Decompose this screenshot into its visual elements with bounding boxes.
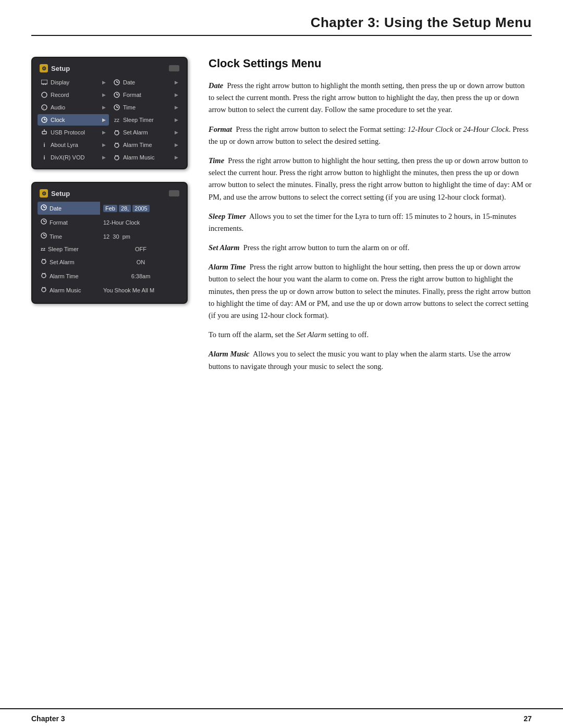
menu-item-setalarm[interactable]: Set Alarm ▶ <box>110 127 181 138</box>
row-alarmtime[interactable]: Alarm Time 6:38am <box>38 269 181 282</box>
page-footer: Chapter 3 27 <box>0 708 563 728</box>
time-icon <box>113 104 120 111</box>
time-row-icon <box>41 232 47 241</box>
footer-page-number: 27 <box>523 714 532 723</box>
para-time: Time Press the right arrow button to hig… <box>209 155 532 203</box>
screen2-title: ⚙ Setup <box>40 189 70 198</box>
setalarm-label: Set Alarm <box>123 129 148 135</box>
svg-point-23 <box>115 143 119 147</box>
page-content: ⚙ Setup Display ▶ Date <box>0 36 563 380</box>
row-setalarm[interactable]: Set Alarm ON <box>38 255 181 268</box>
setup-icon2: ⚙ <box>40 189 48 198</box>
format-row-icon <box>41 218 47 227</box>
menu-item-record[interactable]: Record ▶ <box>38 89 109 101</box>
format-icon <box>113 91 120 98</box>
para-turnoff-text1: To turn off the alarm, set the <box>209 330 297 339</box>
sleep-arrow: ▶ <box>175 117 178 122</box>
divx-icon: i <box>41 154 48 161</box>
format-24hr: 24-Hour Clock <box>463 125 509 133</box>
para-format: Format Press the right arrow button to s… <box>209 124 532 147</box>
screen1: ⚙ Setup Display ▶ Date <box>31 57 188 169</box>
date-row-label: Date <box>50 205 62 212</box>
menu-item-audio[interactable]: ♪ Audio ▶ <box>38 102 109 113</box>
svg-point-6 <box>42 92 47 97</box>
setalarm-arrow: ▶ <box>175 130 178 135</box>
svg-point-20 <box>115 131 119 135</box>
setalarm-row-label: Set Alarm <box>50 259 75 265</box>
time-value: 12 30 pm <box>100 231 181 242</box>
alarmmusic-row-icon <box>41 286 47 294</box>
menu-item-about[interactable]: i About Lyra ▶ <box>38 139 109 151</box>
menu-item-format[interactable]: Format ▶ <box>110 89 181 101</box>
screen1-titlebar: ⚙ Setup <box>38 63 181 73</box>
setalarm-ref: Set Alarm <box>297 330 326 339</box>
para-setalarm: Set Alarm Press the right arrow button t… <box>209 242 532 254</box>
term-alarmtime: Alarm Time <box>209 263 246 271</box>
svg-rect-0 <box>41 80 47 84</box>
clock-label: Clock <box>51 117 65 123</box>
menu-item-sleep[interactable]: zz Sleep Timer ▶ <box>110 114 181 126</box>
setalarm-value: ON <box>100 257 181 267</box>
divx-label: DivX(R) VOD <box>51 154 84 161</box>
row-sleep[interactable]: zz Sleep Timer OFF <box>38 244 181 254</box>
menu-item-clock[interactable]: Clock ▶ <box>38 114 109 126</box>
svg-point-44 <box>42 288 46 292</box>
display-label: Display <box>51 79 69 85</box>
alarmmusic-label: Alarm Music <box>123 154 155 161</box>
date-arrow: ▶ <box>175 80 178 85</box>
menu-item-divx[interactable]: i DivX(R) VOD ▶ <box>38 152 109 163</box>
svg-point-41 <box>42 274 46 278</box>
row-time[interactable]: Time 12 30 pm <box>38 230 181 243</box>
record-arrow: ▶ <box>102 92 106 97</box>
menu-item-display[interactable]: Display ▶ <box>38 77 109 88</box>
display-icon <box>41 79 48 86</box>
setalarm-row-icon <box>41 257 47 266</box>
about-icon: i <box>41 141 48 149</box>
para-date-text: Press the right arrow button to highligh… <box>209 81 525 114</box>
alarmtime-row-icon <box>41 272 47 280</box>
row-date[interactable]: Date Feb 28, 2005 <box>38 202 181 215</box>
about-label: About Lyra <box>51 142 78 148</box>
row-format[interactable]: Format 12-Hour Clock <box>38 216 181 229</box>
display-arrow: ▶ <box>102 80 106 85</box>
screen2: ⚙ Setup Date Feb 28, 2005 <box>31 182 188 304</box>
chapter-header: Chapter 3: Using the Setup Menu <box>0 0 563 31</box>
time-row-label: Time <box>50 233 62 240</box>
alarmmusic-icon <box>113 154 120 161</box>
para-alarmmusic-text: Allows you to select the music you want … <box>209 350 511 370</box>
menu-item-time[interactable]: Time ▶ <box>110 102 181 113</box>
format-arrow: ▶ <box>175 92 178 97</box>
para-alarmmusic: Alarm Music Allows you to select the mus… <box>209 348 532 372</box>
term-format: Format <box>209 125 232 133</box>
format-12hr: 12-Hour Clock <box>408 125 453 133</box>
sleep-label: Sleep Timer <box>123 117 154 123</box>
para-setalarm-text: Press the right arrow button to turn the… <box>240 243 410 252</box>
screen1-menu: Display ▶ Date ▶ Record ▶ <box>38 77 181 163</box>
date-value-cell: Feb 28, 2005 <box>100 203 181 214</box>
row-alarmmusic[interactable]: Alarm Music You Shook Me All M <box>38 283 181 297</box>
para-time-text: Press the right arrow button to highligh… <box>209 156 532 201</box>
audio-label: Audio <box>51 104 65 110</box>
menu-item-usb[interactable]: USB Protocol ▶ <box>38 127 109 138</box>
format-value: 12-Hour Clock <box>100 217 181 228</box>
sleep-value: OFF <box>100 244 181 254</box>
para-alarmtime-text: Press the right arrow button to highligh… <box>209 263 531 319</box>
menu-item-alarmtime[interactable]: Alarm Time ▶ <box>110 139 181 151</box>
sleep-icon: zz <box>113 116 120 124</box>
audio-icon: ♪ <box>41 104 48 111</box>
para-format-text2: or <box>453 125 463 133</box>
para-turnoff-text2: setting to off. <box>326 330 369 339</box>
date-2005: 2005 <box>132 205 149 212</box>
format-label: Format <box>123 92 141 98</box>
menu-item-alarmmusic[interactable]: Alarm Music ▶ <box>110 152 181 163</box>
menu-item-date[interactable]: Date ▶ <box>110 77 181 88</box>
para-alarmtime: Alarm Time Press the right arrow button … <box>209 261 532 322</box>
divx-arrow: ▶ <box>102 155 106 160</box>
para-date: Date Press the right arrow button to hig… <box>209 80 532 116</box>
screen2-btn <box>169 190 179 196</box>
screen1-btn <box>169 65 179 71</box>
section-heading: Clock Settings Menu <box>209 57 532 70</box>
audio-arrow: ▶ <box>102 105 106 110</box>
date-28: 28, <box>119 205 131 212</box>
clock-icon <box>41 116 48 124</box>
